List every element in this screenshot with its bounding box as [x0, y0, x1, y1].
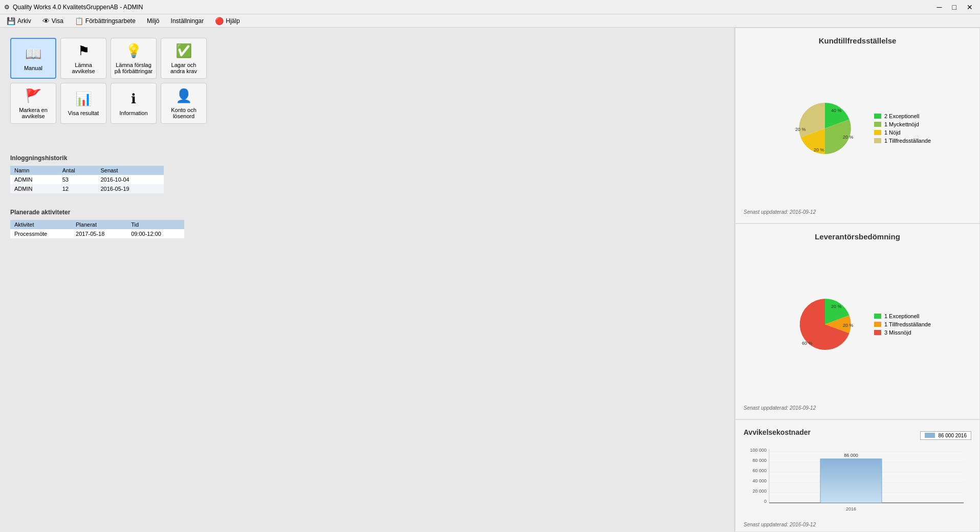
menu-hjalp-label: Hjälp — [226, 17, 239, 25]
window-title: Quality Works 4.0 KvalitetsGruppenAB - A… — [13, 4, 143, 11]
login-history-row: ADMIN532016-10-04 — [10, 175, 164, 184]
maximize-button[interactable]: □ — [949, 2, 960, 12]
manual-label: Manual — [24, 65, 42, 71]
menu-hjalp[interactable]: 🔴 Hjälp — [210, 15, 244, 27]
menu-forbattringsarbete[interactable]: 📋 Förbättringsarbete — [70, 15, 140, 27]
svg-text:40 000: 40 000 — [752, 478, 767, 483]
legend-item-mycketnojd: 1 Myckettnöjd — [874, 121, 931, 127]
lamna-forslag-icon: 💡 — [125, 43, 142, 59]
visa-resultat-button[interactable]: 📊 Visa resultat — [60, 83, 106, 124]
lagar-krav-icon: ✅ — [176, 43, 192, 59]
left-panel: 📖 Manual ⚑ Lämna avvikelse 💡 Lämna försl… — [0, 28, 734, 532]
lagar-krav-label: Lagar och andra krav — [163, 62, 204, 74]
information-button[interactable]: ℹ Information — [111, 83, 157, 124]
legend-color-mycketnojd — [874, 122, 881, 127]
svg-text:0: 0 — [764, 499, 767, 504]
legend-item-lev-exceptionell: 1 Exceptionell — [874, 313, 931, 319]
kundtillfredsstalelse-updated: Senast uppdaterad: 2016-09-12 — [744, 209, 971, 215]
svg-text:40 %: 40 % — [831, 108, 842, 113]
minimize-button[interactable]: ─ — [934, 2, 945, 12]
avvikelsekostnader-title: Avvikelsekostnader — [744, 428, 811, 436]
kundtillfredsstalelse-content: 40 % 20 % 20 % 20 % 2 Exceptionell 1 Myc… — [744, 51, 971, 207]
login-antal: 53 — [58, 175, 97, 184]
kundtillfredsstalelse-title: Kundtillfredsställelse — [744, 36, 971, 45]
legend-label-mycketnojd: 1 Myckettnöjd — [884, 121, 919, 127]
svg-text:60 %: 60 % — [802, 341, 813, 346]
login-senast: 2016-05-19 — [96, 184, 164, 193]
col-tid: Tid — [127, 220, 184, 229]
col-senast: Senast — [96, 166, 164, 175]
menu-visa[interactable]: 👁 Visa — [38, 15, 68, 27]
menu-installningar[interactable]: Inställningar — [166, 16, 209, 26]
bar-legend-label: 86 000 2016 — [938, 433, 967, 438]
window-controls: ─ □ ✕ — [934, 2, 976, 12]
kundtillfredsstalelse-pie: 40 % 20 % 20 % 20 % — [784, 98, 866, 161]
login-history-table: Namn Antal Senast ADMIN532016-10-04ADMIN… — [10, 166, 164, 193]
activity-tid: 09:00-12:00 — [127, 229, 184, 238]
title-bar: ⚙ Quality Works 4.0 KvalitetsGruppenAB -… — [0, 0, 980, 14]
legend-item-nojd: 1 Nöjd — [874, 129, 931, 136]
legend-color-lev-tillfredss — [874, 322, 881, 327]
svg-text:2016: 2016 — [846, 506, 856, 512]
lagar-krav-button[interactable]: ✅ Lagar och andra krav — [161, 38, 207, 79]
login-history-section: Inloggningshistorik Namn Antal Senast AD… — [10, 154, 724, 193]
col-aktivitet: Aktivitet — [10, 220, 72, 229]
konto-losenord-icon: 👤 — [176, 88, 192, 104]
legend-label-nojd: 1 Nöjd — [884, 129, 901, 136]
svg-rect-20 — [820, 459, 882, 503]
legend-label-tillfredss: 1 Tillfredsställande — [884, 138, 931, 144]
legend-item-tillfredss: 1 Tillfredsställande — [874, 138, 931, 144]
visa-resultat-label: Visa resultat — [68, 110, 99, 116]
avvikelsekostnader-updated: Senast uppdaterad: 2016-09-12 — [744, 522, 971, 527]
markera-avvikelse-icon: 🚩 — [25, 88, 41, 104]
planned-activities-section: Planerade aktiviteter Aktivitet Planerat… — [10, 209, 724, 238]
leverantorsbedömning-content: 20 % 20 % 60 % 1 Exceptionell 1 Tillfred… — [744, 247, 971, 403]
leverantorsbedömning-updated: Senast uppdaterad: 2016-09-12 — [744, 405, 971, 411]
visa-icon: 👁 — [42, 17, 50, 25]
leverantorsbedömning-title: Leverantörsbedömning — [744, 232, 971, 241]
lamna-avvikelse-button[interactable]: ⚑ Lämna avvikelse — [60, 38, 106, 79]
svg-text:20 %: 20 % — [831, 304, 842, 309]
markera-avvikelse-button[interactable]: 🚩 Markera en avvikelse — [10, 83, 56, 124]
arkiv-icon: 💾 — [7, 17, 15, 25]
lamna-avvikelse-label: Lämna avvikelse — [63, 62, 104, 74]
login-antal: 12 — [58, 184, 97, 193]
hjalp-icon: 🔴 — [215, 17, 224, 25]
menu-arkiv-label: Arkiv — [17, 17, 31, 25]
menu-arkiv[interactable]: 💾 Arkiv — [2, 15, 36, 27]
login-history-title: Inloggningshistorik — [10, 154, 724, 162]
right-panel: Kundtillfredsställelse 40 % 20 % — [734, 28, 980, 532]
svg-text:20 %: 20 % — [843, 135, 854, 140]
col-planerat: Planerat — [72, 220, 127, 229]
icon-grid: 📖 Manual ⚑ Lämna avvikelse 💡 Lämna försl… — [10, 38, 724, 124]
svg-text:100 000: 100 000 — [750, 448, 767, 453]
login-namn: ADMIN — [10, 175, 58, 184]
lamna-forslag-label: Lämna förslag på förbättringar — [113, 62, 154, 74]
kundtillfredsstalelse-section: Kundtillfredsställelse 40 % 20 % — [735, 28, 980, 224]
visa-resultat-icon: 📊 — [75, 91, 92, 107]
svg-text:20 %: 20 % — [843, 323, 854, 328]
konto-losenord-button[interactable]: 👤 Konto och lösenord — [161, 83, 207, 124]
konto-losenord-label: Konto och lösenord — [163, 107, 204, 119]
legend-color-lev-missnojd — [874, 330, 881, 335]
svg-text:20 %: 20 % — [814, 147, 824, 152]
bar-legend-color — [925, 433, 935, 438]
legend-color-exceptionell — [874, 114, 881, 119]
legend-item-lev-missnojd: 3 Missnöjd — [874, 329, 931, 336]
legend-label-lev-exceptionell: 1 Exceptionell — [884, 313, 920, 319]
svg-text:60 000: 60 000 — [752, 468, 767, 473]
legend-color-tillfredss — [874, 138, 881, 143]
svg-text:20 000: 20 000 — [752, 489, 767, 494]
legend-label-lev-missnojd: 3 Missnöjd — [884, 329, 911, 336]
menu-forbattringsarbete-label: Förbättringsarbete — [85, 17, 136, 25]
menu-miljo[interactable]: Miljö — [142, 16, 164, 26]
col-antal: Antal — [58, 166, 97, 175]
bar-chart-svg: 100 000 80 000 60 000 40 000 20 000 0 — [744, 447, 971, 518]
close-button[interactable]: ✕ — [964, 2, 976, 12]
forbattringsarbete-icon: 📋 — [75, 17, 83, 25]
lamna-avvikelse-icon: ⚑ — [78, 43, 90, 59]
app-icon: ⚙ — [4, 4, 10, 11]
markera-avvikelse-label: Markera en avvikelse — [13, 107, 54, 119]
manual-button[interactable]: 📖 Manual — [10, 38, 56, 79]
lamna-forslag-button[interactable]: 💡 Lämna förslag på förbättringar — [111, 38, 157, 79]
